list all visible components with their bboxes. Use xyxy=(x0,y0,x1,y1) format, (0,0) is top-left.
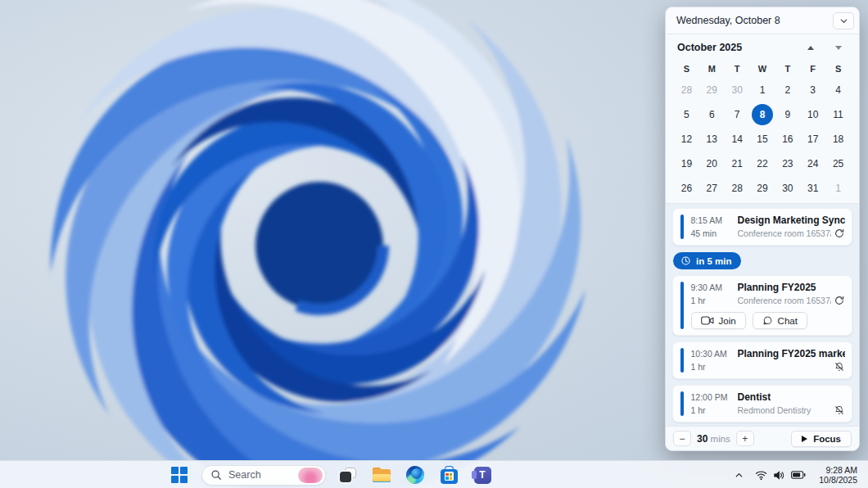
calendar-day[interactable]: 16 xyxy=(775,127,800,151)
tray-date: 10/8/2025 xyxy=(819,475,857,486)
event-time: 9:30 AM xyxy=(691,282,738,292)
event-duration: 45 min xyxy=(691,228,738,238)
chat-button[interactable]: Chat xyxy=(753,312,807,329)
teams-button[interactable]: T xyxy=(471,463,494,486)
calendar-day[interactable]: 26 xyxy=(674,176,699,200)
clock-icon xyxy=(680,255,691,266)
starts-soon-label: in 5 min xyxy=(696,256,731,266)
event-detail-row: 45 minConference room 16537/AV xyxy=(691,228,846,239)
calendar-grid: 2829301234567891011121314151617181920212… xyxy=(674,78,851,200)
calendar-day[interactable]: 30 xyxy=(775,176,800,200)
calendar-day[interactable]: 10 xyxy=(800,102,825,126)
calendar-day[interactable]: 6 xyxy=(699,102,725,126)
calendar-day[interactable]: 5 xyxy=(674,102,699,126)
calendar-day[interactable]: 31 xyxy=(800,176,825,200)
calendar-day[interactable]: 3 xyxy=(800,78,825,102)
calendar-day[interactable]: 1 xyxy=(750,78,775,102)
starts-soon-badge[interactable]: in 5 min xyxy=(673,252,741,269)
edge-button[interactable] xyxy=(404,463,427,486)
join-button[interactable]: Join xyxy=(691,312,746,329)
day-of-week-label: S xyxy=(825,60,851,78)
agenda-list: 8:15 AMDesign Marketing Sync45 minConfer… xyxy=(666,204,859,426)
network-volume-battery-button[interactable] xyxy=(751,464,810,486)
microsoft-store-icon xyxy=(441,469,458,484)
calendar-day[interactable]: 14 xyxy=(725,127,750,151)
calendar-day[interactable]: 4 xyxy=(825,78,851,102)
event-body: 9:30 AMPlanning FY20251 hrConference roo… xyxy=(684,276,852,335)
calendar-day-headers: SMTWTFS xyxy=(674,60,851,78)
calendar-day[interactable]: 28 xyxy=(674,78,699,102)
calendar-day[interactable]: 15 xyxy=(750,127,775,151)
event-location: Conference room 16537/AV xyxy=(738,296,832,305)
bing-daily-image[interactable] xyxy=(298,468,323,483)
calendar-day[interactable]: 18 xyxy=(825,127,851,151)
day-of-week-label: W xyxy=(750,60,775,78)
calendar-day[interactable]: 30 xyxy=(725,78,750,102)
start-button[interactable] xyxy=(168,463,191,486)
calendar-day[interactable]: 20 xyxy=(699,151,725,175)
system-tray: 9:28 AM 10/8/2025 xyxy=(730,461,863,488)
event-actions: JoinChat xyxy=(691,312,846,329)
calendar-day[interactable]: 27 xyxy=(699,176,725,200)
tray-clock[interactable]: 9:28 AM 10/8/2025 xyxy=(813,463,863,487)
calendar-day[interactable]: 1 xyxy=(825,176,851,200)
calendar-day[interactable]: 19 xyxy=(674,151,699,175)
event-title-row: 10:30 AMPlanning FY2025 marketing xyxy=(691,348,846,359)
event-title-row: 8:15 AMDesign Marketing Sync xyxy=(691,215,846,226)
calendar-previous-month-button[interactable] xyxy=(805,42,816,53)
repeat-icon xyxy=(831,295,845,306)
volume-icon xyxy=(773,470,785,481)
calendar-day[interactable]: 24 xyxy=(800,151,825,175)
event-location: Conference room 16537/AV xyxy=(738,228,832,238)
calendar-day[interactable]: 23 xyxy=(775,151,800,175)
teams-icon: T xyxy=(474,467,491,484)
calendar-day-selected[interactable]: 8 xyxy=(750,102,775,126)
calendar-day[interactable]: 9 xyxy=(775,102,800,126)
day-of-week-label: S xyxy=(674,60,699,78)
event-title-row: 9:30 AMPlanning FY2025 xyxy=(691,282,846,293)
event-detail-row: 1 hrConference room 16537/AV xyxy=(691,295,846,306)
calendar-day[interactable]: 29 xyxy=(750,176,775,200)
focus-duration: 30 mins xyxy=(697,433,730,445)
calendar-day[interactable]: 25 xyxy=(825,151,851,175)
focus-button[interactable]: Focus xyxy=(791,431,852,447)
calendar-day[interactable]: 13 xyxy=(699,127,725,151)
calendar-header: October 2025 xyxy=(674,42,851,60)
microsoft-store-button[interactable] xyxy=(437,463,460,486)
taskbar-search[interactable]: Search xyxy=(201,465,326,486)
event-detail-row: 1 hr xyxy=(691,361,846,373)
decrease-duration-button[interactable]: − xyxy=(673,431,691,446)
agenda-event-card[interactable]: 8:15 AMDesign Marketing Sync45 minConfer… xyxy=(672,208,852,246)
calendar-next-month-button[interactable] xyxy=(833,42,844,53)
calendar-day[interactable]: 22 xyxy=(750,151,775,175)
search-icon xyxy=(210,469,222,481)
event-location: Redmond Dentistry xyxy=(738,405,832,415)
calendar-day[interactable]: 12 xyxy=(674,127,699,151)
agenda-event-card[interactable]: 12:00 PMDentist1 hrRedmond Dentistry xyxy=(672,385,852,422)
desktop: Wednesday, October 8 October 2025 SMTWTF… xyxy=(0,0,868,488)
event-body: 10:30 AMPlanning FY2025 marketing1 hr xyxy=(684,342,852,378)
calendar-day[interactable]: 21 xyxy=(725,151,750,175)
file-explorer-icon xyxy=(373,468,391,482)
show-hidden-icons-button[interactable] xyxy=(730,464,748,486)
increase-duration-button[interactable]: + xyxy=(736,431,754,446)
calendar-day[interactable]: 29 xyxy=(699,78,725,102)
chevron-up-icon xyxy=(735,471,744,480)
day-of-week-label: F xyxy=(800,60,825,78)
video-icon xyxy=(701,316,714,325)
task-view-button[interactable] xyxy=(337,463,359,486)
calendar-day[interactable]: 11 xyxy=(825,102,851,126)
calendar-day[interactable]: 17 xyxy=(800,127,825,151)
calendar-day[interactable]: 7 xyxy=(725,102,750,126)
collapse-calendar-button[interactable] xyxy=(833,12,854,29)
agenda-event-card[interactable]: 9:30 AMPlanning FY20251 hrConference roo… xyxy=(672,275,852,336)
event-duration: 1 hr xyxy=(691,362,738,372)
file-explorer-button[interactable] xyxy=(370,463,393,486)
agenda-event-card[interactable]: 10:30 AMPlanning FY2025 marketing1 hr xyxy=(672,341,852,379)
calendar-navigation xyxy=(805,42,848,53)
edge-icon xyxy=(406,466,424,484)
event-detail-row: 1 hrRedmond Dentistry xyxy=(691,404,846,416)
calendar-day[interactable]: 28 xyxy=(725,176,750,200)
calendar-month-label: October 2025 xyxy=(677,42,805,53)
calendar-day[interactable]: 2 xyxy=(775,78,800,102)
